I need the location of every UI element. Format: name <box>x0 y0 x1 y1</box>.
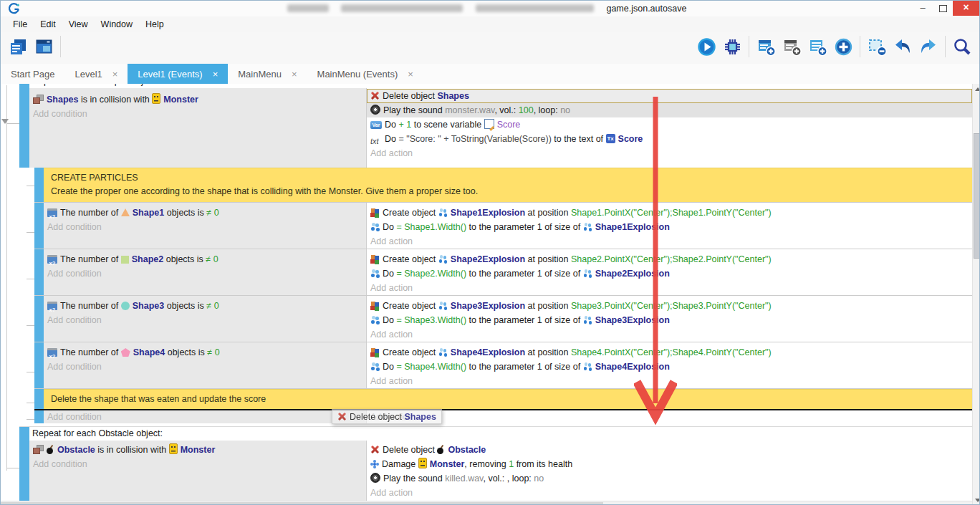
actions-column[interactable]: Add action <box>366 410 972 423</box>
delete-event-button[interactable] <box>865 36 889 60</box>
maximize-button[interactable] <box>933 1 953 16</box>
actions-column[interactable]: Create object Shape1Explosion at positio… <box>366 203 972 249</box>
event-block[interactable]: The number of Shape1 objects is ≠ 0Add c… <box>34 202 972 249</box>
condition-row[interactable]: The number of Shape4 objects is ≠ 0 <box>44 345 366 360</box>
actions-column[interactable]: Create object Shape4Explosion at positio… <box>366 342 972 388</box>
condition-row[interactable]: Add condition <box>44 220 366 234</box>
add-subevent-button[interactable] <box>779 36 804 60</box>
tab-close-icon[interactable]: × <box>112 69 118 80</box>
condition-row[interactable]: Add condition <box>44 313 366 327</box>
action-row[interactable]: Delete object Obstacle <box>367 443 972 457</box>
condition-row[interactable]: Add condition <box>44 410 366 423</box>
event-selection-bar[interactable] <box>19 427 29 504</box>
event-block[interactable]: The number of Shape3 objects is ≠ 0Add c… <box>34 295 972 342</box>
action-row[interactable]: Delete object Shapes <box>367 89 972 103</box>
tab-mainmenu[interactable]: MainMenu× <box>228 64 307 84</box>
condition-row[interactable]: The number of Shape1 objects is ≠ 0 <box>44 206 366 220</box>
event-block[interactable]: The number of Shape4 objects is ≠ 0Add c… <box>34 342 972 388</box>
minimize-button[interactable]: – <box>913 1 933 16</box>
condition-row[interactable]: The number of Shape2 objects is ≠ 0 <box>44 252 366 266</box>
condition-row[interactable]: Add condition <box>29 107 366 121</box>
tab-start-page[interactable]: Start Page <box>1 64 64 84</box>
action-row[interactable]: Do = Shape1.Width() to the parameter 1 o… <box>367 220 972 234</box>
tab-mainmenu-events-[interactable]: MainMenu (Events)× <box>307 64 423 84</box>
menu-window[interactable]: Window <box>95 18 139 31</box>
action-row[interactable]: Create object Shape4Explosion at positio… <box>367 345 972 360</box>
event-block[interactable]: The number of Shape2 objects is ≠ 0Add c… <box>34 249 972 295</box>
menu-file[interactable]: File <box>6 18 34 31</box>
horizontal-scroll-thumb[interactable] <box>1 502 603 505</box>
action-row[interactable]: Add action <box>367 146 972 160</box>
window-button[interactable] <box>32 36 56 60</box>
event-selection-bar[interactable] <box>34 410 44 423</box>
action-row[interactable]: Add action <box>367 486 972 500</box>
tab-close-icon[interactable]: × <box>408 69 413 80</box>
add-event-button[interactable] <box>754 36 778 60</box>
conditions-column[interactable]: Obstacle is in collision with MonsterAdd… <box>29 441 366 504</box>
documents-button[interactable] <box>6 36 30 60</box>
action-row[interactable]: Do = "Score: " + ToString(Variable(Score… <box>367 132 972 146</box>
comment-event[interactable]: CREATE PARTICLESCreate the proper one ac… <box>34 168 972 202</box>
action-row[interactable]: Add action <box>367 234 972 249</box>
action-row[interactable]: Do = Shape4.Width() to the parameter 1 o… <box>367 360 972 374</box>
scroll-up-icon[interactable] <box>975 87 980 91</box>
condition-row[interactable]: Obstacle is in collision with Monster <box>29 443 366 457</box>
conditions-column[interactable]: Add condition <box>44 410 366 423</box>
action-row[interactable]: Add action <box>367 410 972 423</box>
condition-row[interactable]: The number of Shape3 objects is ≠ 0 <box>44 299 366 313</box>
actions-column[interactable]: Create object Shape2Explosion at positio… <box>366 249 972 295</box>
condition-row[interactable]: Add condition <box>44 266 366 281</box>
action-row[interactable]: Create object Shape2Explosion at positio… <box>367 252 972 266</box>
close-button[interactable]: × <box>953 1 979 16</box>
event-selection-bar[interactable] <box>34 342 44 388</box>
menu-edit[interactable]: Edit <box>34 18 62 31</box>
action-row[interactable]: Create object Shape1Explosion at positio… <box>367 206 972 220</box>
conditions-column[interactable]: The number of Shape3 objects is ≠ 0Add c… <box>44 296 366 342</box>
actions-column[interactable]: Delete object ObstacleDamage Monster, re… <box>366 441 972 504</box>
menu-view[interactable]: View <box>62 18 95 31</box>
action-row[interactable]: Play the sound monster.wav, vol.: 100, l… <box>367 103 972 117</box>
event-block[interactable]: Repeat for each Obstacle object:Obstacle… <box>19 426 972 504</box>
condition-row[interactable]: Shapes is in collision with Monster <box>29 92 366 107</box>
tab-close-icon[interactable]: × <box>292 69 297 80</box>
actions-column[interactable]: Create object Shape3Explosion at positio… <box>366 296 972 342</box>
conditions-column[interactable]: The number of Shape4 objects is ≠ 0Add c… <box>44 342 366 388</box>
action-row[interactable]: Do = Shape3.Width() to the parameter 1 o… <box>367 313 972 327</box>
horizontal-scrollbar[interactable] <box>1 501 972 505</box>
event-selection-bar[interactable] <box>34 296 44 342</box>
action-row[interactable]: Do = Shape2.Width() to the parameter 1 o… <box>367 266 972 281</box>
action-row[interactable]: Damage Monster, removing 1 from its heal… <box>367 457 972 471</box>
event-block[interactable]: Repeat for each Shapes object:Shapes is … <box>19 84 972 423</box>
redo-button[interactable] <box>916 36 941 60</box>
vertical-scrollbar[interactable] <box>972 84 980 505</box>
comment-event[interactable]: Delete the shape that was eaten and upda… <box>34 388 972 409</box>
action-row[interactable]: Add action <box>367 327 972 342</box>
search-button[interactable] <box>950 36 974 60</box>
condition-row[interactable]: Add condition <box>44 360 366 374</box>
play-button[interactable] <box>694 36 719 60</box>
menu-help[interactable]: Help <box>139 18 170 31</box>
add-comment-button[interactable] <box>805 36 830 60</box>
event-selection-bar[interactable] <box>19 84 29 168</box>
action-row[interactable]: Do + 1 to scene variable Score <box>367 117 972 132</box>
tab-level1-events-[interactable]: Level1 (Events)× <box>128 64 228 84</box>
vertical-scroll-thumb[interactable] <box>974 133 980 259</box>
actions-column[interactable]: Delete object ShapesPlay the sound monst… <box>366 88 972 168</box>
tab-close-icon[interactable]: × <box>213 69 218 80</box>
action-row[interactable]: Create object Shape3Explosion at positio… <box>367 299 972 313</box>
debug-button[interactable] <box>720 36 744 60</box>
action-row[interactable]: Add action <box>367 374 972 388</box>
conditions-column[interactable]: The number of Shape2 objects is ≠ 0Add c… <box>44 249 366 295</box>
event-selection-bar[interactable] <box>34 389 44 409</box>
event-selection-bar[interactable] <box>34 249 44 295</box>
event-selection-bar[interactable] <box>34 203 44 249</box>
conditions-column[interactable]: The number of Shape1 objects is ≠ 0Add c… <box>44 203 366 249</box>
condition-row[interactable]: Add condition <box>29 457 366 471</box>
conditions-column[interactable]: Shapes is in collision with MonsterAdd c… <box>29 88 366 168</box>
tab-level1[interactable]: Level1× <box>64 64 128 84</box>
scroll-down-icon[interactable] <box>975 499 980 502</box>
undo-button[interactable] <box>890 36 915 60</box>
event-selection-bar[interactable] <box>34 168 44 202</box>
add-other-event-button[interactable] <box>831 36 855 60</box>
event-header[interactable]: Repeat for each Obstacle object: <box>29 427 972 441</box>
